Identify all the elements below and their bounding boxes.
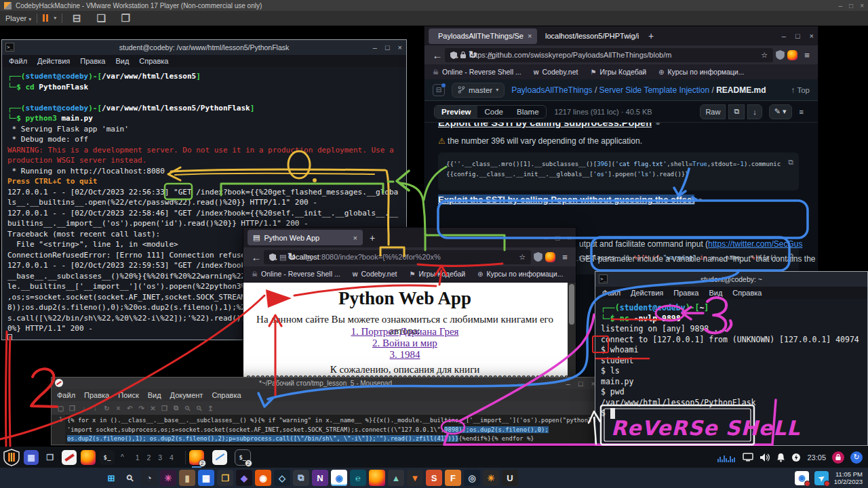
bookmark-star-icon[interactable]: ☆ <box>761 51 768 60</box>
pocket-icon[interactable] <box>534 252 542 262</box>
firefox-icon[interactable] <box>369 470 385 486</box>
minimize-button[interactable]: – <box>839 2 843 9</box>
mousepad-window[interactable]: *~/Рабочий стол/tmp_lesson_5 - Mousepad … <box>51 377 600 445</box>
view-switcher[interactable]: Preview Code Blame <box>434 105 547 119</box>
search-icon[interactable]: ⚲ <box>122 470 138 486</box>
tab-preview[interactable]: Preview <box>435 106 477 118</box>
minimize-button[interactable]: – <box>544 234 548 242</box>
menu-view[interactable]: Вид <box>115 57 129 65</box>
home-icon[interactable]: ⌂ <box>481 46 499 64</box>
app-obsidian[interactable]: ◆ <box>236 470 252 486</box>
blender-icon[interactable]: ☀ <box>483 470 499 486</box>
book-link-1[interactable]: 1. Портрет Дориана Грея <box>243 326 566 338</box>
back-icon[interactable]: ← <box>248 248 265 266</box>
scroll-top-link[interactable]: ↑ Top <box>791 86 810 94</box>
pocket-icon[interactable] <box>776 50 785 60</box>
paste-icon[interactable]: ⧉ <box>171 403 181 413</box>
app-gauge[interactable]: ◔ <box>141 470 157 486</box>
chevron-up-icon[interactable]: ^ <box>118 453 127 461</box>
pause-vm-button[interactable] <box>43 14 48 22</box>
firefox-account-icon[interactable] <box>787 50 797 60</box>
fullscreen-icon[interactable]: ❏ <box>92 9 110 27</box>
back-icon[interactable]: ← <box>429 46 446 64</box>
link-anchor-icon[interactable]: ⚭ <box>655 123 661 127</box>
menu-help[interactable]: Справка <box>139 57 168 65</box>
taskbar-window-mousepad[interactable] <box>212 450 227 465</box>
goto-icon[interactable]: ↥ <box>205 403 216 413</box>
download-icon[interactable]: ↓ <box>747 104 762 119</box>
maximize-button[interactable]: □ <box>555 234 560 242</box>
minimize-button[interactable]: – <box>566 380 570 388</box>
taskbar-window-firefox[interactable]: 2 <box>189 450 204 465</box>
undo-icon[interactable]: ↶ <box>125 403 135 413</box>
bookmark-codeby[interactable]: wCodeby.net <box>353 270 397 278</box>
terminal2-output[interactable]: ┌──(student@codeby)-[~]└─$ nc -nvlp 9898… <box>595 299 867 445</box>
menu-actions[interactable]: Действия <box>631 289 663 297</box>
open-file-icon[interactable]: ❐ <box>67 403 77 413</box>
workspace-pager[interactable]: 1 2 3 4 <box>130 453 182 462</box>
windows-clock[interactable]: 11:05 PM10/2/2023 <box>834 470 863 485</box>
menu-view[interactable]: Вид <box>709 289 722 297</box>
home-icon[interactable]: ⌂ <box>300 248 318 266</box>
save-as-icon[interactable]: ↓ <box>90 403 100 413</box>
new-tab-button[interactable]: + <box>644 30 658 41</box>
close-button[interactable]: × <box>860 2 864 9</box>
file-manager-icon[interactable]: ❒ <box>43 450 58 465</box>
forward-icon[interactable]: → <box>265 248 283 266</box>
vm-clock[interactable]: 23:05 <box>807 453 826 462</box>
app-carrot[interactable]: ▼ <box>407 470 423 486</box>
app-calendar[interactable]: ▦ <box>198 470 214 486</box>
menu-file[interactable]: Файл <box>9 57 27 65</box>
mousepad-editor[interactable]: 1 {% for x in ().__class__.__base__.__su… <box>52 415 599 445</box>
menu-help[interactable]: Справка <box>212 391 241 399</box>
mousepad-titlebar[interactable]: *~/Рабочий стол/tmp_lesson_5 - Mousepad … <box>52 378 599 389</box>
chrome-icon[interactable]: ◉ <box>331 470 347 486</box>
bookmark-reverse-shell[interactable]: ☠Online - Reverse Shell ... <box>252 270 340 278</box>
unity-mode-icon[interactable]: ❐ <box>117 9 134 27</box>
menu-help[interactable]: Справка <box>732 289 762 297</box>
raw-button[interactable]: Raw <box>700 104 726 119</box>
breadcrumb[interactable]: PayloadsAllTheThings / Server Side Templ… <box>511 85 766 95</box>
terminal2-titlebar[interactable]: >_ student@codeby: ~ <box>595 272 867 287</box>
file-explorer-icon[interactable]: ❒ <box>217 470 233 486</box>
app-orange[interactable]: ◉ <box>255 470 271 486</box>
app-colorful[interactable]: ✳ <box>160 470 176 486</box>
maximize-button[interactable]: □ <box>385 43 390 52</box>
new-tab-button[interactable]: + <box>366 232 379 243</box>
close-button[interactable]: × <box>568 234 572 242</box>
firefox-icon[interactable] <box>81 450 96 465</box>
menu-document[interactable]: Документ <box>170 391 203 399</box>
telegram-icon[interactable]: ➤ <box>814 471 829 485</box>
maximize-button[interactable]: □ <box>795 32 800 40</box>
code-block-subprocess[interactable]: {{''.__class__.mro()[1].__subclasses__()… <box>438 152 799 190</box>
maximize-button[interactable]: □ <box>578 380 583 388</box>
edge-icon[interactable]: ℮ <box>350 470 366 486</box>
tab-code[interactable]: Code <box>477 106 510 118</box>
display-icon[interactable] <box>743 453 753 462</box>
forward-icon[interactable]: → <box>446 46 464 64</box>
app-fbook[interactable]: F <box>445 470 461 486</box>
branch-selector[interactable]: master▾ <box>452 83 505 98</box>
menu-search[interactable]: Поиск <box>118 391 138 399</box>
save-icon[interactable]: ↓ <box>79 403 89 413</box>
bookmark-courses[interactable]: ⊕Курсы по информаци... <box>658 68 744 76</box>
cut-icon[interactable]: ✕ <box>148 403 158 413</box>
replace-icon[interactable]: ⚲ <box>194 403 204 413</box>
maximize-button[interactable]: □ <box>849 2 853 9</box>
volume-icon[interactable] <box>760 453 770 462</box>
minimize-button[interactable]: – <box>373 43 377 52</box>
tab-github[interactable]: PayloadsAllTheThings/Se× <box>429 28 537 44</box>
book-link-3[interactable]: 3. 1984 <box>243 349 566 361</box>
pause-dropdown[interactable]: ▾ <box>54 15 56 21</box>
close-button[interactable]: × <box>398 43 402 52</box>
reload-icon[interactable]: ↻ <box>102 403 112 413</box>
copy-raw-icon[interactable]: ⧉ <box>728 104 745 119</box>
copy-code-icon[interactable]: ⧉ <box>788 158 793 167</box>
hamburger-menu-icon[interactable]: ≡ <box>558 252 572 262</box>
app-3d[interactable]: ◇ <box>274 470 290 486</box>
minimize-button[interactable]: – <box>782 32 786 40</box>
hamburger-menu-icon[interactable]: ≡ <box>800 50 814 60</box>
app-vmware[interactable]: ⧉ <box>293 470 309 486</box>
close-button[interactable]: × <box>810 32 814 40</box>
tab-python-web-app[interactable]: ▤ Python Web App× <box>248 230 363 245</box>
